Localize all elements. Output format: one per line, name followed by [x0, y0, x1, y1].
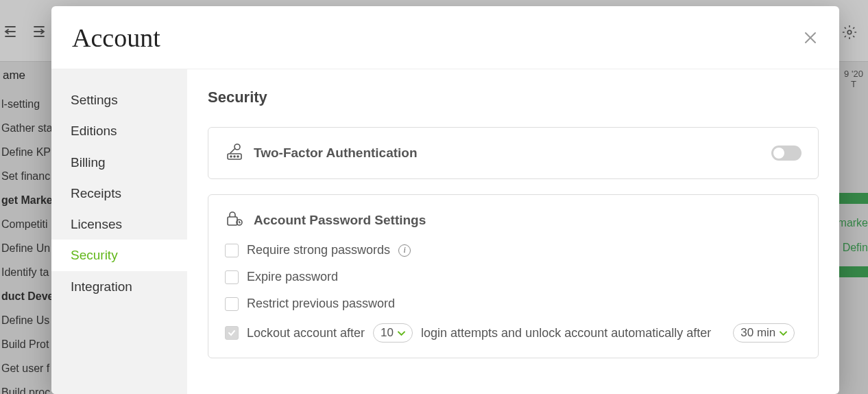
- password-settings-title: Account Password Settings: [254, 213, 426, 228]
- sidebar-item-receipts[interactable]: Receipts: [51, 178, 187, 209]
- info-icon[interactable]: i: [398, 244, 411, 257]
- lockout-duration-value: 30 min: [740, 325, 775, 340]
- svg-rect-5: [228, 217, 237, 225]
- restrict-previous-label: Restrict previous password: [247, 297, 395, 311]
- require-strong-checkbox[interactable]: [225, 244, 239, 257]
- require-strong-row: Require strong passwords i: [225, 243, 801, 257]
- sidebar-item-editions[interactable]: Editions: [51, 115, 187, 146]
- restrict-previous-row: Restrict previous password: [225, 297, 801, 311]
- close-icon: [802, 30, 819, 46]
- password-settings-header: Account Password Settings: [225, 210, 801, 231]
- sidebar: SettingsEditionsBillingReceiptsLicensesS…: [51, 69, 187, 394]
- content-heading: Security: [208, 89, 819, 106]
- two-factor-icon: [225, 143, 244, 163]
- sidebar-item-settings[interactable]: Settings: [51, 84, 187, 115]
- content-pane: Security Two-Factor Authentication: [187, 69, 839, 394]
- lockout-checkbox[interactable]: [225, 326, 239, 340]
- two-factor-toggle[interactable]: [771, 146, 801, 161]
- svg-point-3: [234, 156, 235, 157]
- close-button[interactable]: [802, 30, 819, 46]
- password-settings-panel: Account Password Settings Require strong…: [208, 194, 819, 358]
- lockout-attempts-value: 10: [381, 325, 394, 340]
- expire-password-checkbox[interactable]: [225, 270, 239, 284]
- lockout-attempts-select[interactable]: 10: [373, 323, 413, 343]
- lockout-prefix: Lockout account after: [247, 326, 365, 340]
- modal-body: SettingsEditionsBillingReceiptsLicensesS…: [51, 69, 839, 394]
- sidebar-item-billing[interactable]: Billing: [51, 147, 187, 178]
- sidebar-item-security[interactable]: Security: [51, 240, 187, 270]
- two-factor-panel: Two-Factor Authentication: [208, 127, 819, 179]
- require-strong-label: Require strong passwords: [247, 243, 390, 257]
- svg-point-4: [237, 156, 239, 157]
- two-factor-header: Two-Factor Authentication: [225, 143, 801, 163]
- lockout-middle: login attempts and unlock account automa…: [421, 326, 711, 340]
- account-modal: Account SettingsEditionsBillingReceiptsL…: [51, 6, 839, 394]
- modal-title: Account: [72, 23, 160, 53]
- expire-password-label: Expire password: [247, 270, 338, 284]
- sidebar-item-integration[interactable]: Integration: [51, 271, 187, 302]
- expire-password-row: Expire password: [225, 270, 801, 284]
- chevron-down-icon: [398, 325, 405, 340]
- sidebar-item-licenses[interactable]: Licenses: [51, 209, 187, 240]
- modal-header: Account: [51, 6, 839, 69]
- password-lock-icon: [225, 210, 244, 231]
- restrict-previous-checkbox[interactable]: [225, 297, 239, 311]
- lockout-row: Lockout account after 10 login attempts …: [225, 323, 801, 343]
- chevron-down-icon: [780, 325, 787, 340]
- lockout-duration-select[interactable]: 30 min: [733, 323, 795, 343]
- svg-point-2: [230, 156, 232, 157]
- two-factor-title: Two-Factor Authentication: [254, 146, 418, 161]
